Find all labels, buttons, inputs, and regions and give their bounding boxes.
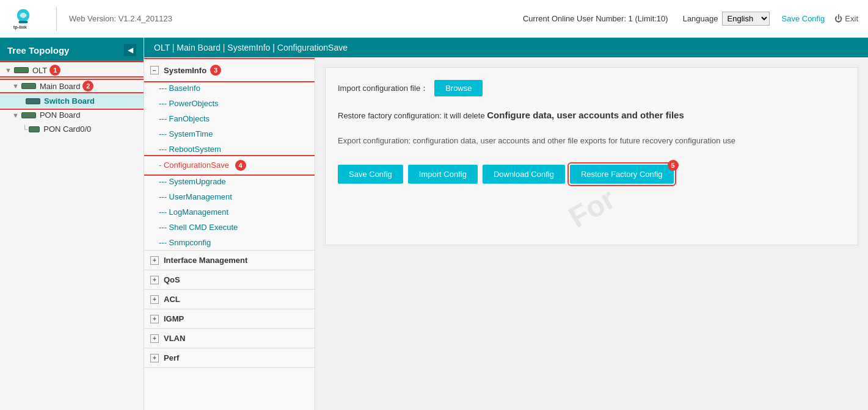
olt-label: OLT	[32, 66, 47, 75]
online-info: Current Online User Number: 1 (Limit:10)	[523, 14, 668, 23]
breadcrumb-text: OLT | Main Board | SystemInfo | Configur…	[154, 43, 348, 52]
expand-icon-interface: +	[150, 256, 159, 265]
main-board-device-icon	[21, 83, 36, 89]
watermark-text: For	[563, 182, 620, 234]
language-selector[interactable]: Language English Chinese	[683, 12, 770, 26]
main-layout: Tree Topology ◀ ▼ OLT 1 ▼ Main Board 2 ▶…	[0, 38, 868, 410]
panel-inner: Import configuration file： Browse Restor…	[325, 67, 858, 245]
save-config-link[interactable]: Save Config	[782, 14, 825, 23]
acl-label: ACL	[164, 295, 180, 304]
restore-factory-wrapper: Restore Factory Config 5	[570, 165, 674, 184]
right-panel: Import configuration file： Browse Restor…	[315, 57, 868, 255]
sidebar-item-switch-board[interactable]: ▶ Switch Board	[0, 94, 144, 108]
sidebar-collapse-button[interactable]: ◀	[124, 44, 136, 56]
header: tp-link Web Version: V1.2.4_201123 Curre…	[0, 0, 868, 38]
switch-board-label: Switch Board	[44, 96, 95, 106]
sidebar-item-pon-board[interactable]: ▼ PON Board	[0, 108, 144, 122]
pon-board-device-icon	[21, 112, 36, 118]
menu-item-baseinfo[interactable]: --- BaseInfo	[144, 81, 315, 96]
export-text: Export configuration: configuration data…	[338, 135, 845, 147]
expand-icon-main-board: ▼	[12, 82, 19, 90]
vlan-section: + VLAN	[144, 329, 315, 348]
import-label: Import configuration file：	[338, 83, 428, 94]
menu-item-systemtime[interactable]: --- SystemTime	[144, 126, 315, 142]
perf-header[interactable]: + Perf	[144, 348, 315, 367]
perf-section: + Perf	[144, 348, 315, 368]
pon-card-label: PON Card0/0	[43, 124, 91, 134]
qos-section: + QoS	[144, 270, 315, 290]
system-info-label: SystemInfo	[164, 66, 206, 75]
breadcrumb: OLT | Main Board | SystemInfo | Configur…	[144, 38, 868, 57]
expand-icon-system-info: −	[150, 66, 159, 74]
version-text: Web Version: V1.2.4_201123	[69, 14, 523, 23]
switch-board-device-icon	[26, 98, 40, 104]
igmp-label: IGMP	[164, 314, 184, 323]
interface-management-section: + Interface Management	[144, 251, 315, 270]
language-dropdown[interactable]: English Chinese	[722, 12, 770, 26]
vlan-header[interactable]: + VLAN	[144, 329, 315, 348]
import-config-button[interactable]: Import Config	[408, 165, 478, 184]
language-label: Language	[683, 14, 718, 23]
expand-icon-qos: +	[150, 276, 159, 284]
restore-text: Restore factory configuration: it will d…	[338, 109, 845, 123]
sidebar-item-main-board[interactable]: ▼ Main Board 2	[0, 78, 144, 94]
olt-device-icon	[14, 67, 29, 73]
perf-label: Perf	[164, 353, 179, 362]
svg-rect-1	[19, 20, 28, 23]
menu-item-fanobjects[interactable]: --- FanObjects	[144, 111, 315, 126]
menu-item-rebootsystem[interactable]: --- RebootSystem	[144, 142, 315, 157]
tp-link-logo: tp-link	[10, 5, 37, 32]
exit-label: Exit	[845, 14, 858, 23]
restore-prefix: Restore factory configuration: it will d…	[338, 111, 487, 120]
menu-item-configurationsave[interactable]: - ConfigurationSave 4	[144, 157, 315, 174]
vlan-label: VLAN	[164, 334, 185, 343]
menu-item-snmpconfig[interactable]: --- Snmpconfig	[144, 235, 315, 250]
sidebar-header: Tree Topology ◀	[0, 38, 144, 62]
acl-section: + ACL	[144, 290, 315, 309]
logo-area: tp-link	[10, 5, 42, 32]
interface-management-header[interactable]: + Interface Management	[144, 251, 315, 270]
power-icon: ⏻	[834, 14, 842, 23]
tree-connector: └	[22, 124, 27, 134]
restore-factory-button[interactable]: Restore Factory Config	[570, 165, 674, 184]
download-config-button[interactable]: Download Config	[483, 165, 565, 184]
watermark-container: For	[338, 184, 845, 232]
system-info-header[interactable]: − SystemInfo 3	[144, 60, 315, 81]
exit-button[interactable]: ⏻ Exit	[834, 14, 858, 23]
left-menu: − SystemInfo 3 --- BaseInfo --- PowerObj…	[144, 57, 315, 410]
expand-icon-pon-board: ▼	[12, 112, 19, 119]
sidebar: Tree Topology ◀ ▼ OLT 1 ▼ Main Board 2 ▶…	[0, 38, 144, 410]
expand-icon-igmp: +	[150, 315, 159, 323]
sidebar-item-pon-card[interactable]: └ PON Card0/0	[0, 122, 144, 136]
sidebar-title: Tree Topology	[7, 45, 69, 56]
import-row: Import configuration file： Browse	[338, 80, 845, 96]
interface-management-label: Interface Management	[164, 256, 247, 265]
menu-item-shellcmd[interactable]: --- Shell CMD Execute	[144, 220, 315, 235]
save-config-button[interactable]: Save Config	[338, 165, 403, 184]
expand-icon-acl: +	[150, 295, 159, 304]
svg-text:tp-link: tp-link	[13, 24, 27, 30]
main-board-badge: 2	[82, 81, 93, 92]
pon-card-device-icon	[29, 126, 40, 132]
menu-item-usermanagement[interactable]: --- UserManagement	[144, 189, 315, 204]
menu-item-logmanagement[interactable]: --- LogManagement	[144, 204, 315, 220]
main-board-label: Main Board	[40, 82, 80, 91]
restore-bold: Configure data, user accounts and other …	[487, 110, 684, 120]
menu-item-systemupgrade[interactable]: --- SystemUpgrade	[144, 174, 315, 189]
menu-item-powerobjects[interactable]: --- PowerObjects	[144, 96, 315, 111]
system-info-badge: 3	[210, 65, 221, 76]
content-split: − SystemInfo 3 --- BaseInfo --- PowerObj…	[144, 57, 868, 410]
qos-label: QoS	[164, 275, 180, 284]
configuration-save-badge: 4	[235, 160, 246, 171]
expand-icon-perf: +	[150, 354, 159, 362]
igmp-header[interactable]: + IGMP	[144, 309, 315, 328]
browse-button[interactable]: Browse	[434, 80, 483, 96]
restore-factory-badge: 5	[668, 160, 679, 171]
action-buttons: Save Config Import Config Download Confi…	[338, 165, 845, 184]
expand-icon-olt: ▼	[5, 67, 12, 74]
pon-board-label: PON Board	[40, 110, 80, 120]
sidebar-item-olt[interactable]: ▼ OLT 1	[0, 62, 144, 78]
olt-badge: 1	[49, 65, 60, 76]
qos-header[interactable]: + QoS	[144, 270, 315, 289]
acl-header[interactable]: + ACL	[144, 290, 315, 309]
